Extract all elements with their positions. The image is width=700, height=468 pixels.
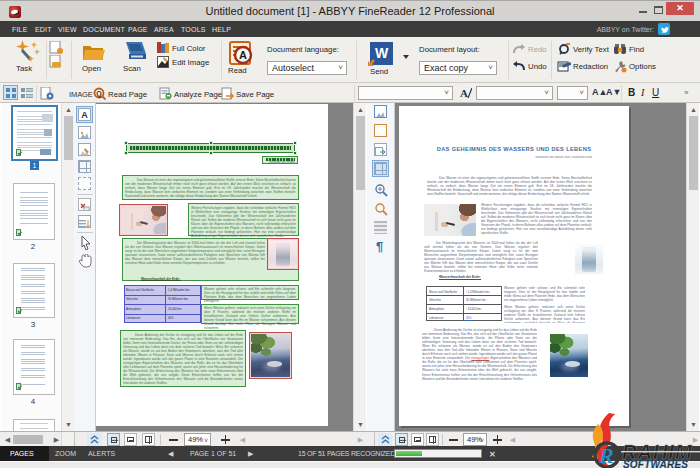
svg-text:SOFTWARES: SOFTWARES: [623, 459, 688, 468]
svg-text:A: A: [239, 49, 247, 61]
svg-text:A: A: [460, 87, 468, 99]
svg-text:R: R: [598, 443, 614, 468]
svg-text:Q: Q: [96, 90, 102, 98]
